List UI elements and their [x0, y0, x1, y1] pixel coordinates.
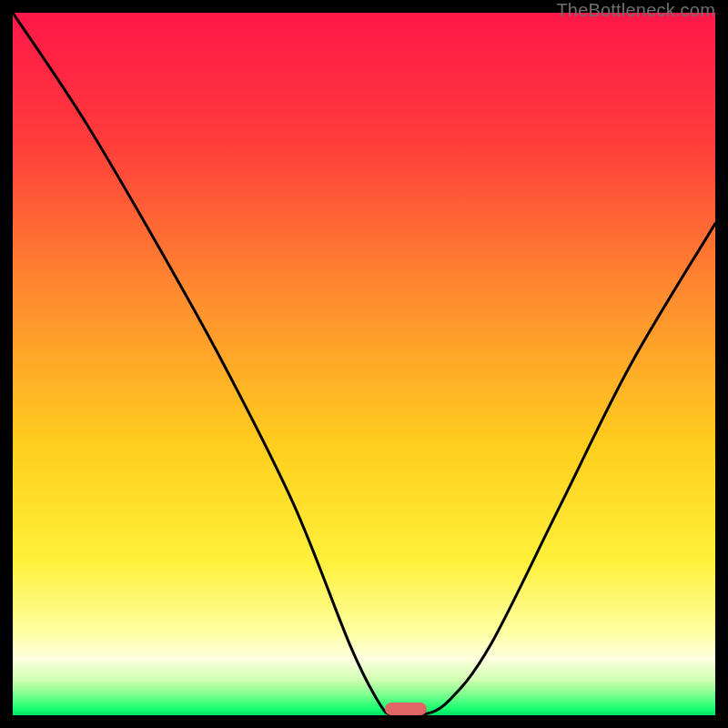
- chart-frame: TheBottleneck.com: [0, 0, 728, 728]
- optimal-range-marker: [385, 703, 427, 715]
- bottleneck-curve: [13, 13, 715, 715]
- plot-area: [13, 13, 715, 715]
- watermark-label: TheBottleneck.com: [556, 0, 715, 21]
